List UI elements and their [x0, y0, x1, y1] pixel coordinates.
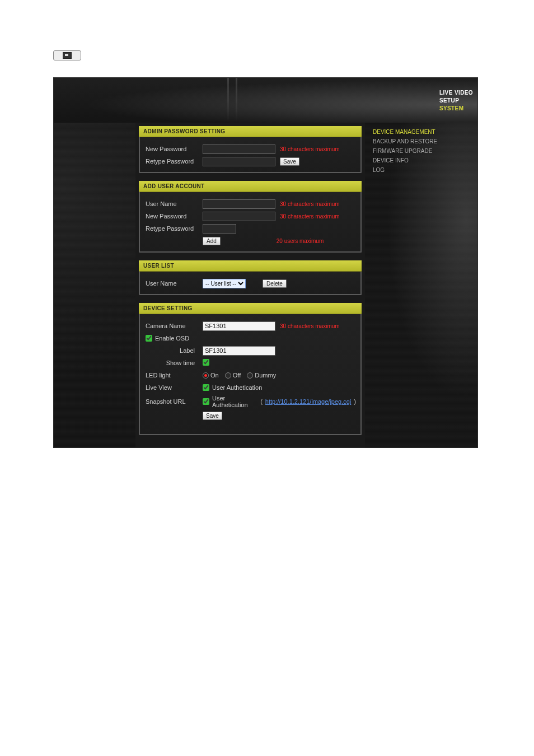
add-user-retype-input[interactable] [203, 224, 236, 234]
led-dummy-radio[interactable] [247, 372, 253, 379]
hint-30-chars: 30 characters maximum [280, 146, 340, 152]
side-log[interactable]: LOG [373, 165, 472, 175]
delete-user-button[interactable]: Delete [263, 279, 287, 288]
camera-name-input[interactable] [203, 321, 275, 331]
left-gutter [54, 123, 135, 447]
led-on-label: On [210, 372, 219, 379]
window-control-icon [53, 50, 81, 60]
led-dummy-label: Dummy [255, 372, 276, 379]
panel-title: ADD USER ACCOUNT [139, 181, 362, 192]
add-user-name-input[interactable] [203, 199, 275, 209]
led-on-radio[interactable] [203, 372, 209, 379]
close-paren: ) [354, 398, 356, 405]
hint-30-chars: 30 characters maximum [280, 201, 340, 207]
label-camera-name: Camera Name [146, 323, 203, 329]
snapshot-url-link[interactable]: http://10.1.2.121/image/jpeg.cgi [265, 398, 352, 405]
enable-osd-checkbox[interactable] [146, 335, 152, 342]
led-off-label: Off [233, 372, 241, 379]
live-view-auth-checkbox[interactable] [203, 384, 209, 391]
hint-30-chars: 30 characters maximum [280, 213, 340, 220]
top-nav: LIVE VIDEO SETUP SYSTEM [428, 78, 477, 123]
side-backup-restore[interactable]: BACKUP AND RESTORE [373, 137, 472, 146]
live-view-auth-label: User Authetication [212, 384, 262, 391]
nav-setup[interactable]: SETUP [439, 97, 473, 105]
user-list-select[interactable]: -- User list -- [203, 279, 246, 288]
logo-area [54, 78, 138, 123]
side-device-management[interactable]: DEVICE MANAGEMENT [373, 127, 472, 137]
header: LIVE VIDEO SETUP SYSTEM [54, 78, 477, 123]
label-osd-label: Label [146, 347, 203, 354]
hint-30-chars: 30 characters maximum [280, 323, 340, 329]
label-new-password: New Password [146, 146, 203, 152]
panel-title: DEVICE SETTING [139, 303, 362, 314]
label-retype-password: Retype Password [146, 158, 203, 165]
snapshot-auth-label: User Authetication [212, 395, 257, 408]
led-off-radio[interactable] [225, 372, 231, 379]
label-live-view: Live View [146, 384, 203, 391]
show-time-checkbox[interactable] [203, 359, 209, 366]
osd-label-input[interactable] [203, 346, 275, 356]
app-frame: LIVE VIDEO SETUP SYSTEM ADMIN PASSWORD S… [53, 77, 478, 448]
panel-user-list: USER LIST User Name -- User list -- Dele… [139, 260, 362, 295]
label-show-time: Show time [146, 360, 203, 366]
label-enable-osd: Enable OSD [155, 335, 189, 342]
label-new-password: New Password [146, 213, 203, 220]
side-nav: DEVICE MANAGEMENT BACKUP AND RESTORE FIR… [365, 123, 477, 447]
main-content: ADMIN PASSWORD SETTING New Password 30 c… [135, 123, 365, 441]
label-user-name: User Name [146, 280, 203, 287]
panel-device-setting: DEVICE SETTING Camera Name 30 characters… [139, 303, 362, 435]
panel-add-user: ADD USER ACCOUNT User Name 30 characters… [139, 181, 362, 253]
admin-retype-password-input[interactable] [203, 157, 275, 166]
admin-new-password-input[interactable] [203, 144, 275, 154]
label-led-light: LED light [146, 372, 203, 379]
add-user-button[interactable]: Add [203, 237, 221, 245]
label-user-name: User Name [146, 200, 203, 207]
device-save-button[interactable]: Save [203, 412, 222, 420]
snapshot-auth-checkbox[interactable] [203, 398, 209, 405]
panel-title: ADMIN PASSWORD SETTING [139, 126, 362, 137]
label-retype-password: Retype Password [146, 225, 203, 232]
led-radio-group: On Off Dummy [203, 372, 280, 379]
nav-live-video[interactable]: LIVE VIDEO [439, 89, 473, 97]
open-paren: ( [260, 398, 263, 405]
panel-admin-password: ADMIN PASSWORD SETTING New Password 30 c… [139, 126, 362, 173]
side-device-info[interactable]: DEVICE INFO [373, 156, 472, 165]
admin-save-button[interactable]: Save [280, 157, 299, 166]
panel-title: USER LIST [139, 260, 362, 272]
add-user-password-input[interactable] [203, 212, 275, 221]
side-firmware-upgrade[interactable]: FIRMWARE UPGRADE [373, 146, 472, 156]
hint-20-users: 20 users maximum [277, 238, 324, 244]
nav-system[interactable]: SYSTEM [439, 105, 473, 113]
label-snapshot-url: Snapshot URL [146, 398, 203, 405]
